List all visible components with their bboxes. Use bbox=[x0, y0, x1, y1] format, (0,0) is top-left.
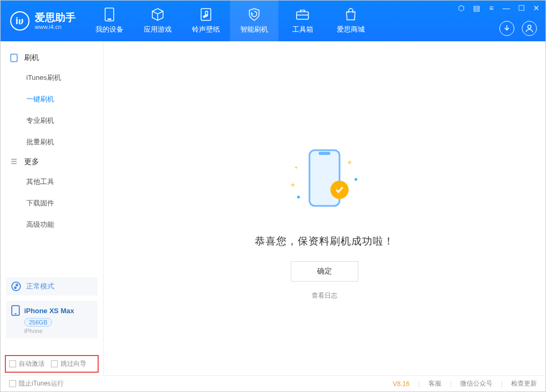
nav-smart-flash[interactable]: 智能刷机 bbox=[230, 1, 278, 41]
svg-point-6 bbox=[528, 25, 531, 28]
auto-activate-checkbox[interactable]: 自动激活 bbox=[9, 359, 45, 368]
success-message: 恭喜您，保资料刷机成功啦！ bbox=[104, 234, 545, 248]
user-button[interactable] bbox=[522, 21, 537, 36]
sidebar-item-oneclick-flash[interactable]: 一键刷机 bbox=[1, 88, 103, 110]
footer-link-update[interactable]: 检查更新 bbox=[511, 379, 537, 388]
top-nav: 我的设备 应用游戏 铃声壁纸 智能刷机 工具箱 爱思商城 bbox=[85, 1, 375, 41]
checkbox-label: 自动激活 bbox=[19, 359, 45, 368]
device-info[interactable]: iPhone XS Max 256GB iPhone bbox=[6, 301, 98, 338]
sidebar-item-advanced[interactable]: 高级功能 bbox=[1, 214, 103, 235]
toolbox-icon bbox=[296, 8, 309, 21]
device-mode[interactable]: 正常模式 bbox=[6, 277, 98, 295]
nav-label: 爱思商城 bbox=[337, 25, 365, 34]
sidebar-item-pro-flash[interactable]: 专业刷机 bbox=[1, 110, 103, 131]
footer-link-support[interactable]: 客服 bbox=[429, 379, 441, 388]
success-badge-icon bbox=[330, 181, 349, 199]
minimize-button[interactable]: — bbox=[501, 4, 511, 12]
nav-label: 应用游戏 bbox=[144, 25, 172, 34]
sparkle-icon: ✦ bbox=[346, 158, 353, 167]
menu-icon[interactable]: ≡ bbox=[486, 4, 496, 12]
logo-icon: iሀ bbox=[10, 11, 29, 31]
maximize-button[interactable]: ☐ bbox=[517, 4, 526, 12]
svg-rect-5 bbox=[297, 12, 308, 19]
mode-icon bbox=[11, 282, 21, 291]
sidebar-item-download-firmware[interactable]: 下载固件 bbox=[1, 193, 103, 214]
mode-label: 正常模式 bbox=[26, 282, 54, 291]
view-log-link[interactable]: 查看日志 bbox=[104, 291, 545, 300]
version-label: V8.16 bbox=[393, 380, 409, 388]
svg-point-4 bbox=[205, 14, 208, 17]
sidebar-item-batch-flash[interactable]: 批量刷机 bbox=[1, 131, 103, 153]
checkbox-label: 跳过向导 bbox=[61, 359, 86, 368]
sparkle-icon: ✦ bbox=[294, 165, 298, 171]
nav-my-device[interactable]: 我的设备 bbox=[85, 1, 134, 41]
success-illustration: ✦ ✦ ✦ bbox=[290, 149, 359, 218]
dot-icon bbox=[297, 196, 300, 198]
app-header: iሀ 爱思助手 www.i4.cn 我的设备 应用游戏 铃声壁纸 智能刷机 工具… bbox=[1, 1, 545, 41]
checkbox-icon bbox=[9, 380, 16, 387]
nav-toolbox[interactable]: 工具箱 bbox=[278, 1, 327, 41]
nav-label: 我的设备 bbox=[95, 25, 123, 34]
sidebar-group-flash: 刷机 bbox=[1, 49, 103, 67]
svg-rect-1 bbox=[108, 19, 111, 20]
app-logo: iሀ 爱思助手 www.i4.cn bbox=[1, 11, 85, 31]
bag-icon bbox=[344, 8, 358, 21]
phone-icon bbox=[11, 305, 20, 316]
group-title: 刷机 bbox=[24, 53, 39, 63]
nav-ringtones[interactable]: 铃声壁纸 bbox=[182, 1, 230, 41]
sidebar: 刷机 iTunes刷机 一键刷机 专业刷机 批量刷机 更多 其他工具 下载固件 … bbox=[1, 41, 104, 375]
header-actions bbox=[499, 21, 537, 36]
device-name: iPhone XS Max bbox=[24, 307, 74, 315]
list-icon[interactable]: ▤ bbox=[471, 4, 481, 12]
svg-rect-9 bbox=[319, 152, 330, 155]
nav-label: 工具箱 bbox=[292, 25, 313, 34]
sidebar-item-other-tools[interactable]: 其他工具 bbox=[1, 171, 103, 193]
sidebar-group-more: 更多 bbox=[1, 153, 103, 171]
options-highlight: 自动激活 跳过向导 bbox=[5, 355, 99, 373]
shield-icon bbox=[247, 8, 261, 21]
checkbox-icon bbox=[51, 360, 58, 367]
nav-store[interactable]: 爱思商城 bbox=[327, 1, 375, 41]
device-panel: 正常模式 iPhone XS Max 256GB iPhone bbox=[6, 277, 98, 338]
phone-icon bbox=[102, 8, 116, 21]
group-title: 更多 bbox=[24, 157, 39, 167]
phone-outline-icon bbox=[308, 149, 341, 208]
device-type: iPhone bbox=[24, 328, 92, 334]
footer-link-wechat[interactable]: 微信公众号 bbox=[460, 379, 492, 388]
checkbox-icon bbox=[9, 360, 16, 367]
device-capacity: 256GB bbox=[24, 318, 52, 327]
sparkle-icon: ✦ bbox=[290, 181, 296, 189]
shirt-icon[interactable]: ⬡ bbox=[456, 4, 466, 12]
nav-apps-games[interactable]: 应用游戏 bbox=[134, 1, 182, 41]
checkbox-label: 阻止iTunes运行 bbox=[19, 379, 64, 388]
app-url: www.i4.cn bbox=[35, 24, 76, 30]
ok-button[interactable]: 确定 bbox=[291, 261, 358, 282]
device-icon bbox=[10, 54, 19, 62]
svg-point-3 bbox=[203, 16, 205, 18]
download-button[interactable] bbox=[499, 21, 514, 36]
cube-icon bbox=[151, 8, 165, 21]
more-icon bbox=[10, 158, 19, 166]
app-name: 爱思助手 bbox=[35, 12, 76, 23]
music-icon bbox=[199, 8, 213, 21]
dot-icon bbox=[355, 178, 357, 181]
nav-label: 智能刷机 bbox=[240, 25, 268, 34]
status-bar: 阻止iTunes运行 V8.16 | 客服 | 微信公众号 | 检查更新 bbox=[1, 375, 545, 391]
sidebar-item-itunes-flash[interactable]: iTunes刷机 bbox=[1, 67, 103, 88]
window-controls: ⬡ ▤ ≡ — ☐ ✕ bbox=[456, 4, 541, 12]
skip-guide-checkbox[interactable]: 跳过向导 bbox=[51, 359, 86, 368]
svg-rect-7 bbox=[11, 54, 17, 62]
close-button[interactable]: ✕ bbox=[532, 4, 541, 12]
nav-label: 铃声壁纸 bbox=[192, 25, 220, 34]
block-itunes-checkbox[interactable]: 阻止iTunes运行 bbox=[9, 379, 64, 388]
main-content: ✦ ✦ ✦ 恭喜您，保资料刷机成功啦！ 确定 查看日志 bbox=[104, 41, 545, 375]
